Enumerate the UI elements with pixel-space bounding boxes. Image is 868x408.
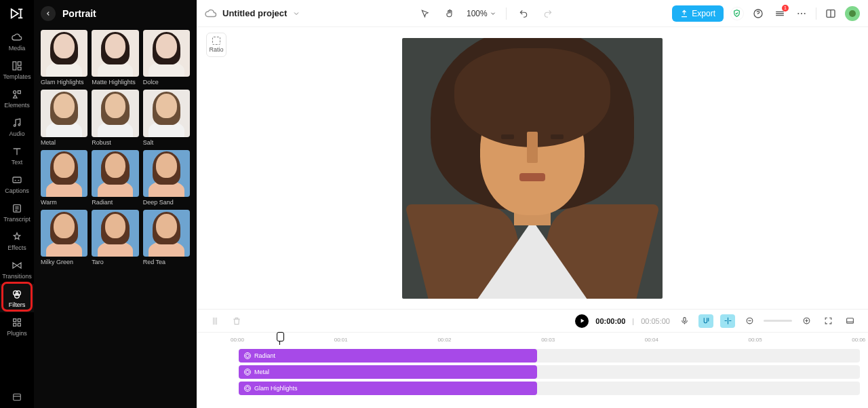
templates-icon (11, 60, 23, 72)
svg-rect-22 (683, 318, 685, 322)
timeline-clip[interactable]: Radiant (239, 349, 537, 363)
nav-label: Templates (3, 73, 31, 80)
nav-captions[interactable]: Captions (0, 170, 34, 198)
playhead[interactable] (279, 333, 280, 345)
separator (506, 7, 507, 20)
filter-label: Red Tea (143, 259, 190, 265)
project-name[interactable]: Untitled project (222, 8, 287, 18)
filter-thumb[interactable]: Robust (92, 90, 138, 145)
app-logo[interactable] (0, 0, 34, 27)
play-button[interactable] (575, 314, 589, 328)
timeline-track[interactable]: Metal (239, 365, 860, 379)
filter-thumb[interactable]: Glam Highlights (41, 30, 87, 86)
timeline[interactable]: 00:0000:0100:0200:0300:0400:0500:06 Radi… (197, 332, 868, 408)
notification-badge: 1 (782, 5, 789, 12)
more-icon[interactable] (794, 6, 809, 21)
svg-point-5 (14, 125, 16, 127)
shield-icon[interactable] (730, 7, 744, 20)
cursor-tool[interactable] (418, 6, 433, 21)
nav-elements[interactable]: Elements (0, 84, 34, 113)
help-icon[interactable] (751, 6, 766, 21)
svg-rect-7 (13, 177, 21, 183)
svg-rect-15 (18, 323, 20, 326)
cloud-sync-icon[interactable] (205, 7, 217, 20)
split-button[interactable] (208, 314, 222, 329)
svg-point-19 (801, 12, 802, 14)
transcript-icon (11, 202, 23, 215)
panel-title: Portrait (62, 8, 96, 19)
filter-thumb[interactable]: Matte Highlights (92, 30, 138, 86)
user-avatar[interactable] (845, 6, 860, 21)
nav-text[interactable]: Text (0, 141, 34, 170)
nav-transcript[interactable]: Transcript (0, 198, 34, 227)
filter-label: Warm (41, 199, 87, 206)
time-separator: | (632, 317, 634, 325)
timeline-track[interactable]: Radiant (239, 349, 860, 363)
clip-label: Radiant (254, 352, 275, 359)
preview-canvas[interactable] (402, 38, 663, 299)
fit-button[interactable] (821, 314, 835, 328)
filter-thumb[interactable]: Taro (92, 210, 138, 265)
svg-point-6 (18, 124, 20, 126)
expand-button[interactable] (842, 314, 857, 328)
zoom-slider[interactable] (764, 320, 792, 322)
topbar: Untitled project 100% Export 1 (197, 0, 868, 27)
timeline-clip[interactable]: Metal (239, 365, 537, 379)
timeline-track[interactable]: Glam Highlights (239, 382, 860, 395)
filter-thumb[interactable]: Dolce (143, 30, 190, 86)
undo-button[interactable] (516, 6, 531, 21)
filter-thumb[interactable]: Salt (143, 90, 190, 145)
svg-rect-0 (13, 62, 16, 70)
nav-transitions[interactable]: Transitions (0, 255, 34, 284)
canvas-area[interactable]: Ratio (197, 27, 868, 309)
ruler-tick: 00:04 (645, 337, 658, 343)
redo-button[interactable] (540, 6, 555, 21)
nav-templates[interactable]: Templates (0, 56, 34, 84)
captions-icon (11, 174, 23, 186)
nav-audio[interactable]: Audio (0, 113, 34, 141)
nav-settings[interactable] (0, 392, 34, 403)
nav-label: Plugins (7, 330, 27, 337)
snap-button[interactable] (698, 314, 713, 328)
ratio-icon (212, 37, 220, 45)
zoom-out-button[interactable] (742, 314, 757, 328)
filter-thumb[interactable]: Metal (41, 90, 87, 145)
timeline-tracks: RadiantMetalGlam Highlights (239, 349, 860, 395)
clip-label: Glam Highlights (254, 385, 298, 392)
separator (816, 7, 816, 20)
ratio-button[interactable]: Ratio (206, 33, 226, 57)
nav-label: Transcript (3, 216, 31, 223)
audio-icon (11, 117, 23, 129)
zoom-level[interactable]: 100% (467, 9, 496, 18)
timeline-ruler[interactable]: 00:0000:0100:0200:0300:0400:0500:06 (237, 333, 861, 345)
mic-button[interactable] (677, 314, 692, 328)
nav-label: Elements (4, 102, 30, 109)
nav-effects[interactable]: Effects (0, 227, 34, 255)
filter-thumb[interactable]: Warm (41, 150, 87, 206)
chevron-down-icon[interactable] (292, 10, 300, 18)
hand-tool[interactable] (442, 6, 457, 21)
track-align-button[interactable] (720, 314, 735, 328)
filter-label: Metal (41, 139, 87, 146)
svg-rect-1 (18, 62, 21, 65)
nav-plugins[interactable]: Plugins (0, 312, 34, 341)
back-button[interactable] (41, 6, 56, 21)
panel-toggle-icon[interactable] (823, 6, 838, 21)
ruler-tick: 00:01 (334, 337, 348, 343)
nav-media[interactable]: Media (0, 27, 34, 56)
nav-label: Text (12, 159, 23, 166)
sidebar-nav: Media Templates Elements Audio Text Capt… (0, 0, 34, 408)
filter-thumb[interactable]: Red Tea (143, 210, 190, 265)
filter-clip-icon (244, 369, 251, 375)
delete-button[interactable] (229, 314, 244, 329)
nav-label: Filters (9, 301, 26, 308)
zoom-in-button[interactable] (799, 314, 814, 328)
nav-label: Captions (5, 187, 29, 194)
filter-thumb[interactable]: Radiant (92, 150, 138, 206)
filter-thumb[interactable]: Deep Sand (143, 150, 190, 206)
timeline-clip[interactable]: Glam Highlights (239, 382, 537, 395)
filter-thumb[interactable]: Milky Green (41, 210, 87, 265)
notifications-icon[interactable]: 1 (772, 6, 787, 21)
nav-filters[interactable]: Filters (0, 284, 34, 312)
export-button[interactable]: Export (672, 5, 724, 22)
